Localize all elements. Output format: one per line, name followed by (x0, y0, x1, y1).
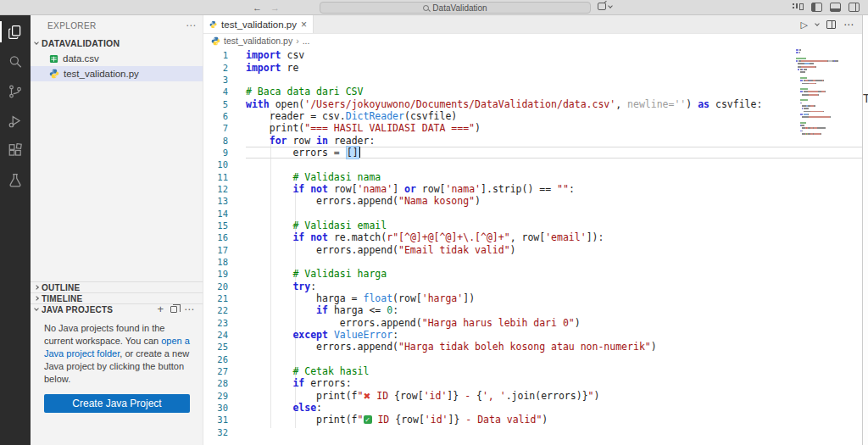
panel-timeline-label: TIMELINE (42, 294, 82, 303)
new-java-project-icon[interactable]: + (157, 305, 164, 314)
workspace-folder-header[interactable]: DATAVALIDATION (31, 36, 203, 51)
code-line[interactable]: 12 if not row['nama'] or row['nama'].str… (203, 183, 862, 195)
code-token: csv (281, 49, 305, 61)
code-line[interactable]: 24 except ValueError: (203, 329, 862, 341)
code-token: , (615, 98, 627, 110)
customize-layout-icon[interactable] (793, 3, 804, 12)
code-line[interactable]: 16 if not re.match(r"[^@]+@[^@]+\.[^@]+"… (203, 231, 862, 243)
toggle-panel-icon[interactable] (830, 3, 841, 12)
code-token: errors.append( (246, 244, 398, 256)
code-line[interactable]: 8 for row in reader: (203, 134, 862, 146)
testing-icon[interactable] (0, 165, 31, 195)
code-token: 'nama' (445, 183, 481, 195)
search-icon[interactable] (0, 47, 31, 76)
code-line[interactable]: 26 (203, 353, 862, 365)
code-token: errors.append( (246, 195, 398, 207)
code-token: not (310, 231, 328, 243)
panel-timeline[interactable]: TIMELINE (31, 292, 203, 303)
back-icon[interactable]: ← (253, 3, 262, 13)
code-token: # Cetak hasil (292, 365, 369, 377)
code-line[interactable]: 1import csv (203, 49, 862, 61)
code-line[interactable]: 7 print("=== HASIL VALIDASI DATA ===") (203, 122, 862, 134)
code-line[interactable]: 4# Baca data dari CSV (203, 86, 862, 97)
split-editor-icon[interactable] (826, 20, 836, 29)
run-python-file-icon[interactable]: ▷ (801, 19, 808, 31)
code-line[interactable]: 32 (203, 426, 862, 438)
search-text: DataValidation (432, 3, 487, 13)
command-center-search[interactable]: DataValidation (320, 2, 591, 14)
code-line[interactable]: 21 harga = float(row['harga']) (203, 292, 862, 304)
code-token: : (310, 281, 316, 292)
code-token: ID (370, 390, 394, 402)
code-line[interactable]: 25 errors.append("Harga tidak boleh koso… (203, 341, 862, 353)
code-lines: 1import csv2import re34# Baca data dari … (203, 49, 862, 438)
code-line[interactable]: 2import re (203, 61, 862, 73)
code-line[interactable]: 31 print(f"✓ ID {row['id']} - Data valid… (203, 414, 862, 426)
code-line[interactable]: 15 # Validasi email (203, 220, 862, 231)
code-token (246, 365, 292, 377)
code-token: "Harga harus lebih dari 0" (422, 317, 575, 329)
extensions-icon[interactable] (0, 136, 31, 165)
editor-group: test_validation.py × ▷ ⋯ test_validation… (203, 15, 862, 445)
code-line[interactable]: 17 errors.append("Email tidak valid") (203, 244, 862, 256)
breadcrumb-file[interactable]: test_validation.py (224, 36, 292, 46)
code-token: except (292, 329, 328, 341)
run-dropdown-icon[interactable] (815, 21, 820, 26)
code-token (304, 183, 310, 195)
file-item-data-csv[interactable]: data.csv (31, 51, 203, 66)
explorer-icon[interactable] (0, 17, 31, 47)
toggle-primary-sidebar-icon[interactable] (811, 3, 822, 12)
code-line[interactable]: 5with open('/Users/jokoyuwono/Documents/… (203, 97, 862, 109)
file-name: test_validation.py (64, 69, 139, 79)
code-line[interactable]: 20 try: (203, 281, 862, 292)
explorer-more-icon[interactable]: ⋯ (186, 19, 196, 31)
export-jar-icon[interactable] (170, 306, 177, 313)
code-token (246, 281, 292, 292)
code-line[interactable]: 13 errors.append("Nama kosong") (203, 195, 862, 207)
code-line[interactable]: 19 # Validasi harga (203, 268, 862, 280)
code-token: 'email' (545, 231, 586, 243)
code-line[interactable]: 6 reader = csv.DictReader(csvfile) (203, 110, 862, 122)
java-more-icon[interactable]: ⋯ (184, 303, 194, 315)
code-line[interactable]: 30 else: (203, 402, 862, 414)
code-token: ValueError (334, 329, 392, 341)
close-tab-icon[interactable]: × (301, 19, 307, 31)
code-token: "" (557, 183, 569, 195)
code-line[interactable]: 9 errors = [] (203, 147, 862, 159)
code-line[interactable]: 14 (203, 207, 862, 219)
run-and-debug-icon[interactable] (0, 106, 31, 136)
create-java-project-button[interactable]: Create Java Project (44, 394, 190, 413)
activity-bar (0, 15, 31, 445)
toggle-secondary-sidebar-icon[interactable] (849, 3, 860, 12)
code-token: else (292, 402, 316, 414)
csv-file-icon (49, 54, 58, 64)
code-line[interactable]: 29 print(f"✖ ID {row['id']} - {', '.join… (203, 390, 862, 402)
forward-icon[interactable]: → (270, 3, 280, 13)
breadcrumb-symbol[interactable]: ... (303, 36, 310, 46)
code-editor[interactable]: 1import csv2import re34# Baca data dari … (203, 47, 862, 445)
code-token: if (292, 377, 304, 389)
code-line[interactable]: 28 if errors: (203, 377, 862, 389)
panel-java-projects[interactable]: JAVA PROJECTS + ⋯ (31, 303, 203, 314)
code-line[interactable]: 11 # Validasi nama (203, 170, 862, 182)
code-line[interactable]: 23 errors.append("Harga harus lebih dari… (203, 317, 862, 329)
editor-more-actions-icon[interactable]: ⋯ (843, 19, 854, 31)
chevron-down-icon (34, 306, 39, 311)
minimap[interactable] (796, 49, 838, 139)
code-token (246, 231, 292, 243)
file-item-test-validation-py[interactable]: test_validation.py (31, 66, 203, 81)
code-line[interactable]: 10 (203, 159, 862, 170)
code-token: csvfile: (709, 98, 762, 110)
code-token (246, 268, 292, 280)
code-token: " (358, 390, 364, 402)
code-line[interactable]: 27 # Cetak hasil (203, 365, 862, 377)
line-number: 30 (203, 403, 246, 413)
panel-outline[interactable]: OUTLINE (31, 281, 203, 292)
remote-window-dropdown[interactable] (598, 3, 612, 10)
source-control-icon[interactable] (0, 76, 31, 106)
code-token: # Baca data dari CSV (246, 86, 363, 97)
code-line[interactable]: 22 if harga <= 0: (203, 304, 862, 316)
code-line[interactable]: 3 (203, 74, 862, 86)
code-line[interactable]: 18 (203, 256, 862, 268)
tab-test-validation-py[interactable]: test_validation.py × (203, 15, 314, 33)
